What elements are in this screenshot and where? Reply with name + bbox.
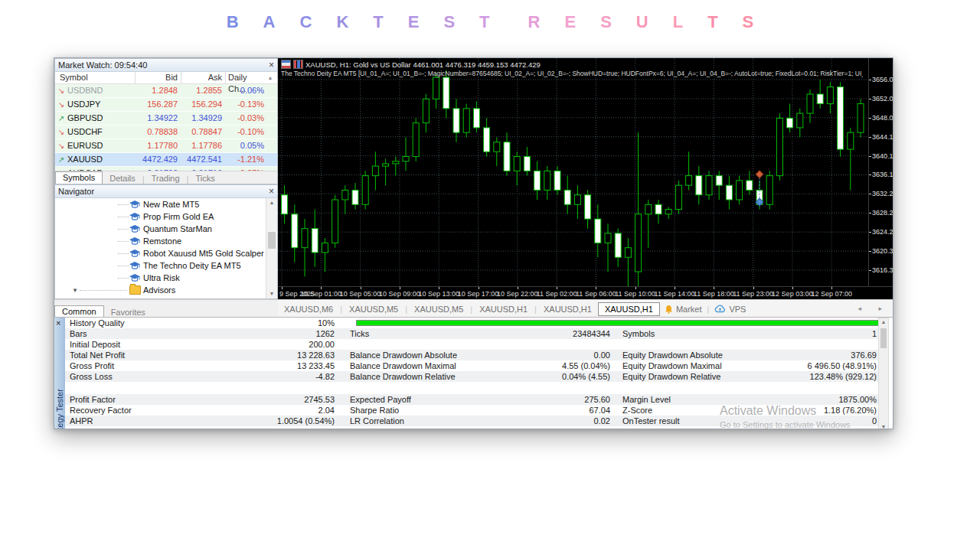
chart-tab-0[interactable]: XAUUSD,M6: [278, 303, 339, 315]
bid-value: 156.287: [135, 98, 181, 111]
time-tick: [557, 287, 557, 289]
time-label: 10 Sep 05:00: [340, 290, 381, 298]
time-axis[interactable]: 9 Sep 202510 Sep 01:0010 Sep 05:0010 Sep…: [278, 286, 893, 300]
market-watch-row[interactable]: ↘USDJPY156.287156.294-0.13%: [55, 98, 277, 112]
tab-ticks[interactable]: Ticks: [188, 173, 221, 184]
chart-tab-5[interactable]: XAUUSD,H1: [598, 302, 660, 316]
navigator-item-label: Prop Firm Gold EA: [141, 210, 214, 223]
chart-tab-3[interactable]: XAUUSD,H1: [473, 303, 534, 315]
close-icon[interactable]: ×: [56, 318, 60, 328]
scroll-spacer: [266, 98, 277, 111]
time-tick: [596, 287, 596, 289]
title-letter: U: [636, 12, 648, 32]
column-bid[interactable]: Bid: [135, 72, 181, 83]
column-ask[interactable]: Ask: [181, 72, 225, 83]
tester-label: Balance Drawdown Absolute: [350, 350, 518, 360]
market-watch-titlebar: Market Watch: 09:54:40 ×: [55, 59, 277, 72]
tester-value: 13 228.63: [246, 350, 335, 360]
time-tick: [831, 287, 832, 289]
market-watch-row[interactable]: ↘USDBND1.28481.28550.06%: [55, 84, 277, 98]
ask-value: 0.78847: [181, 126, 225, 139]
tab-details[interactable]: Details: [103, 173, 142, 184]
chart-tab-1[interactable]: XAUUSD,M5: [343, 303, 404, 315]
navigator-item[interactable]: The Techno Deity EA MT5: [55, 259, 266, 272]
expert-advisor-icon: [129, 201, 141, 209]
chevron-down-icon[interactable]: ▾: [70, 284, 80, 296]
time-label: 10 Sep 22:00: [497, 290, 538, 298]
navigator-item-label: Ultra Risk: [141, 272, 180, 284]
tab-common[interactable]: Common: [54, 305, 104, 318]
market-watch-row[interactable]: ↗XAUUSD4472.4294472.541-1.21%: [55, 153, 277, 167]
cloud-icon: [714, 305, 726, 313]
strategy-tester-strip[interactable]: × Strategy Tester: [54, 318, 65, 429]
scroll-up-icon[interactable]: ▲: [879, 319, 888, 324]
tester-row[interactable]: Initial Deposit200.00: [65, 339, 878, 350]
ea-parameters-line: The Techno Deity EA MT5 [UI_01_A=; UI_01…: [281, 70, 863, 77]
scroll-thumb[interactable]: [268, 232, 276, 249]
tester-row[interactable]: Bars1262Ticks23484344Symbols1: [65, 328, 878, 339]
tester-label: Symbols: [622, 328, 783, 339]
tester-row-history-quality[interactable]: History Quality10%: [65, 318, 878, 328]
close-icon[interactable]: ×: [269, 60, 274, 70]
column-symbol[interactable]: Symbol: [55, 72, 135, 83]
tester-value: 2745.53: [246, 394, 335, 405]
bid-value: 4472.429: [135, 153, 181, 166]
chart-area[interactable]: XAUUSD, H1: Gold vs US Dollar 4461.001 4…: [278, 58, 893, 299]
price-tick: [869, 99, 871, 99]
scroll-up-icon[interactable]: ▲: [265, 72, 276, 83]
tab-favorites[interactable]: Favorites: [104, 307, 152, 318]
scroll-thumb[interactable]: [880, 328, 887, 348]
column-daily-change[interactable]: Daily Ch...: [225, 72, 265, 83]
tab-market[interactable]: Market: [660, 305, 707, 314]
tester-row[interactable]: Gross Profit13 233.45Balance Drawdown Ma…: [65, 360, 878, 371]
market-watch-row[interactable]: ↘EURUSD1.177801.177860.05%: [55, 139, 277, 153]
chart-type-icon[interactable]: [293, 60, 303, 69]
tester-value: 1262: [246, 328, 335, 339]
trend-down-icon: ↘: [55, 98, 67, 111]
navigator-item[interactable]: New Rate MT5: [55, 198, 266, 210]
trend-up-icon: ↗: [55, 112, 67, 125]
scroll-up-icon[interactable]: ▲: [266, 198, 277, 207]
tester-row[interactable]: Total Net Profit13 228.63Balance Drawdow…: [65, 350, 878, 360]
expert-advisor-icon: [129, 274, 141, 282]
tab-trading[interactable]: Trading: [145, 173, 187, 184]
price-tick: [869, 270, 871, 271]
navigator-item[interactable]: Ultra Risk: [55, 272, 266, 284]
navigator-scrollbar[interactable]: ▲ ▼: [266, 198, 277, 298]
chart-tab-4[interactable]: XAUUSD,H1: [537, 303, 598, 315]
market-watch-row[interactable]: ↗GBPUSD1.349221.34929-0.03%: [55, 112, 277, 126]
navigator-folder-advisors[interactable]: ▾Advisors: [55, 284, 266, 296]
close-icon[interactable]: ×: [269, 187, 274, 196]
price-scale[interactable]: 3656.0303652.0603648.0903644.1203640.150…: [868, 58, 893, 286]
candlestick-chart[interactable]: [278, 58, 868, 286]
navigator-item[interactable]: Robot Xauusd Mt5 Gold Scalper: [55, 247, 266, 259]
scroll-down-icon[interactable]: ▼: [266, 289, 277, 298]
tester-scrollbar[interactable]: ▲ ▼: [878, 318, 889, 429]
time-label: 11 Sep 06:00: [576, 290, 616, 298]
navigator-item-label: Robot Xauusd Mt5 Gold Scalper: [141, 247, 264, 259]
tester-row[interactable]: [65, 382, 878, 394]
daily-change-value: -0.13%: [225, 98, 266, 111]
daily-change-value: -0.03%: [225, 112, 266, 125]
tab-scroll-arrows[interactable]: ◂ ▸: [858, 305, 890, 312]
chart-tab-2[interactable]: XAUUSD,M5: [408, 303, 469, 315]
tab-vps[interactable]: VPS: [710, 305, 750, 314]
time-tick: [439, 287, 439, 289]
navigator-item[interactable]: Prop Firm Gold EA: [55, 210, 266, 223]
navigator-item[interactable]: Quantum StarMan: [55, 223, 266, 235]
dom-icon[interactable]: [281, 60, 291, 69]
market-watch-row[interactable]: ↘USDCHF0.788380.78847-0.10%: [55, 126, 277, 139]
tester-row[interactable]: Profit Factor2745.53Expected Payoff275.6…: [65, 394, 878, 405]
time-label: 12 Sep 03:00: [772, 290, 813, 298]
tree-guide: [80, 290, 127, 291]
tree-guide: [118, 204, 129, 205]
price-tick: [869, 251, 871, 252]
tester-label: Balance Drawdown Maximal: [350, 360, 518, 371]
navigator-item[interactable]: Remstone: [55, 235, 266, 247]
title-letter: S: [443, 12, 455, 32]
price-label: 3652.060: [872, 95, 893, 103]
scroll-down-icon[interactable]: ▼: [879, 424, 888, 429]
tester-row[interactable]: Gross Loss-4.82Balance Drawdown Relative…: [65, 371, 878, 382]
navigator-item-label: Remstone: [141, 235, 181, 247]
tab-symbols[interactable]: Symbols: [55, 171, 103, 184]
